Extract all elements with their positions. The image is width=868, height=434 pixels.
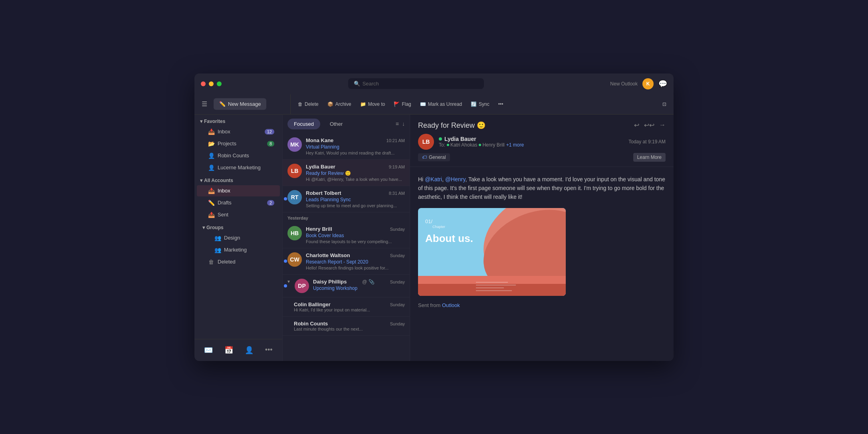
window-controls (201, 81, 222, 86)
search-container[interactable]: 🔍 Search (348, 78, 484, 89)
sender-avatar: LB (418, 134, 434, 150)
tag-icon: 🏷 (422, 155, 427, 160)
mark-unread-icon: ✉️ (420, 101, 426, 107)
email-item[interactable]: CW Charlotte Waltson Sunday Research Rep… (283, 248, 410, 275)
email-content: Mona Kane 10:21 AM Virtual Planning Hey … (306, 137, 405, 155)
menu-icon[interactable]: ☰ (200, 99, 209, 109)
email-time: Sunday (390, 321, 405, 326)
drafts-badge: 2 (267, 200, 274, 206)
expand-icon[interactable]: ▾ (287, 279, 290, 284)
new-message-button[interactable]: ✏️ New Message (214, 98, 266, 110)
sync-button[interactable]: 🔄 Sync (467, 99, 493, 109)
sidebar-deleted-label: Deleted (218, 259, 236, 265)
email-image: 01/ Chapter About us. (418, 208, 566, 296)
email-image-svg: 01/ Chapter About us. (418, 208, 566, 296)
sidebar-item-sent[interactable]: 📤 Sent (197, 209, 280, 220)
avatar: RT (287, 190, 302, 204)
maximize-button[interactable] (217, 81, 222, 86)
email-item[interactable]: Colin Ballinger Sunday Hi Katri, I'd lik… (283, 297, 410, 317)
sidebar-item-marketing[interactable]: 👥 Marketing (197, 244, 280, 256)
recipient2: Henry Brill (479, 142, 504, 148)
contacts-bottom-icon[interactable]: 👤 (242, 343, 256, 357)
move-icon: 📁 (360, 101, 366, 107)
archive-button[interactable]: 📦 Archive (323, 99, 355, 109)
chat-icon[interactable]: 💬 (658, 79, 667, 88)
move-to-button[interactable]: 📁 Move to (356, 99, 389, 109)
calendar-bottom-icon[interactable]: 📅 (222, 343, 236, 357)
sidebar-item-lucerne[interactable]: 👤 Lucerne Marketing (197, 162, 280, 173)
email-preview: Last minute thoughts our the next... (294, 327, 405, 331)
email-sender: Mona Kane (306, 137, 333, 143)
email-content: Colin Ballinger Sunday Hi Katri, I'd lik… (294, 301, 405, 312)
email-preview: Found these layouts to be very compellin… (306, 239, 405, 244)
mark-unread-button[interactable]: ✉️ Mark as Unread (416, 99, 466, 109)
email-preview: Hello! Research findings look positive f… (306, 266, 405, 270)
recipient2-dot (479, 144, 481, 146)
layout-button[interactable]: ⊡ (658, 99, 670, 109)
mark-unread-label: Mark as Unread (428, 101, 462, 107)
new-message-label: New Message (228, 101, 261, 107)
email-item[interactable]: MK Mona Kane 10:21 AM Virtual Planning H… (283, 133, 410, 160)
sidebar-item-inbox-favorites[interactable]: 📥 Inbox 12 (197, 126, 280, 137)
projects-badge: 8 (267, 141, 274, 147)
tab-other[interactable]: Other (323, 119, 349, 129)
sidebar-lucerne-label: Lucerne Marketing (218, 164, 261, 170)
unread-indicator (284, 260, 287, 263)
user-avatar[interactable]: K (642, 78, 654, 89)
delete-button[interactable]: 🗑 Delete (294, 99, 323, 109)
sort-icon[interactable]: ↓ (402, 121, 405, 127)
sidebar-item-drafts[interactable]: ✏️ Drafts 2 (197, 197, 280, 208)
groups-label: Groups (206, 225, 224, 230)
email-list-tabs: Focused Other ≡ ↓ (283, 115, 410, 133)
sidebar-item-all-inbox[interactable]: 📥 Inbox (197, 185, 280, 196)
email-item[interactable]: RT Robert Tolbert 8:31 AM Leads Planning… (283, 186, 410, 212)
sidebar-item-robin[interactable]: 👤 Robin Counts (197, 150, 280, 161)
favorites-section[interactable]: ▾ Favorites (194, 115, 282, 126)
title-bar-right: New Outlook K 💬 (610, 78, 667, 89)
group2-icon: 👥 (214, 247, 221, 253)
groups-section[interactable]: ▾ Groups (194, 221, 282, 232)
email-body-text: Hi @Katri, @Henry, Take a look when you … (418, 175, 666, 202)
outlook-link[interactable]: Outlook (442, 302, 460, 308)
delete-icon: 🗑 (298, 101, 303, 107)
reply-all-icon[interactable]: ↩↩ (644, 121, 654, 129)
tab-focused[interactable]: Focused (287, 119, 320, 129)
email-item[interactable]: LB Lydia Bauer 9:19 AM Ready for Review … (283, 160, 410, 186)
flag-button[interactable]: 🚩 Flag (390, 99, 415, 109)
more-actions-button[interactable]: ••• (494, 99, 507, 109)
sidebar-all-inbox-label: Inbox (218, 188, 230, 194)
email-content: Lydia Bauer 9:19 AM Ready for Review 🙂 H… (306, 164, 405, 182)
more-bottom-icon[interactable]: ••• (263, 343, 275, 357)
flag-icon: 🚩 (394, 101, 400, 107)
email-subject: Research Report - Sept 2020 (306, 259, 405, 265)
sidebar-item-projects[interactable]: 📂 Projects 8 (197, 138, 280, 149)
svg-rect-8 (476, 282, 508, 283)
more-recipients[interactable]: +1 more (506, 142, 524, 148)
reply-icon[interactable]: ↩ (634, 121, 639, 129)
sidebar-projects-label: Projects (218, 141, 236, 147)
sidebar-sent-label: Sent (218, 212, 228, 218)
learn-more-button[interactable]: Learn More (633, 153, 666, 162)
minimize-button[interactable] (209, 81, 214, 86)
email-sender: Colin Ballinger (294, 301, 331, 307)
svg-rect-9 (476, 285, 516, 285)
more-icon: ••• (498, 101, 503, 107)
all-accounts-section[interactable]: ▾ All Accounts (194, 174, 282, 185)
email-item[interactable]: Robin Counts Sunday Last minute thoughts… (283, 317, 410, 336)
email-item[interactable]: ▾ DP Daisy Phillips @ 📎 Sunday Upcoming … (283, 275, 410, 297)
sidebar-item-deleted[interactable]: 🗑 Deleted (197, 256, 280, 268)
sent-from-label: Sent from (418, 302, 440, 308)
mail-bottom-icon[interactable]: ✉️ (202, 343, 215, 357)
reader-meta: LB Lydia Bauer To: Katri Ahokas (418, 134, 666, 150)
close-button[interactable] (201, 81, 206, 86)
title-bar: 🔍 Search New Outlook K 💬 (194, 73, 674, 94)
email-sender: Charlotte Waltson (306, 252, 350, 258)
email-time-right: Today at 9:19 AM (628, 139, 666, 145)
sidebar-robin-label: Robin Counts (218, 153, 249, 159)
email-time: 10:21 AM (386, 138, 405, 143)
forward-icon[interactable]: → (659, 121, 666, 129)
email-item[interactable]: HB Henry Brill Sunday Book Cover Ideas F… (283, 222, 410, 248)
filter-icon[interactable]: ≡ (396, 121, 399, 127)
sidebar-inbox-label: Inbox (218, 129, 230, 135)
sidebar-item-design[interactable]: 👥 Design (197, 232, 280, 244)
